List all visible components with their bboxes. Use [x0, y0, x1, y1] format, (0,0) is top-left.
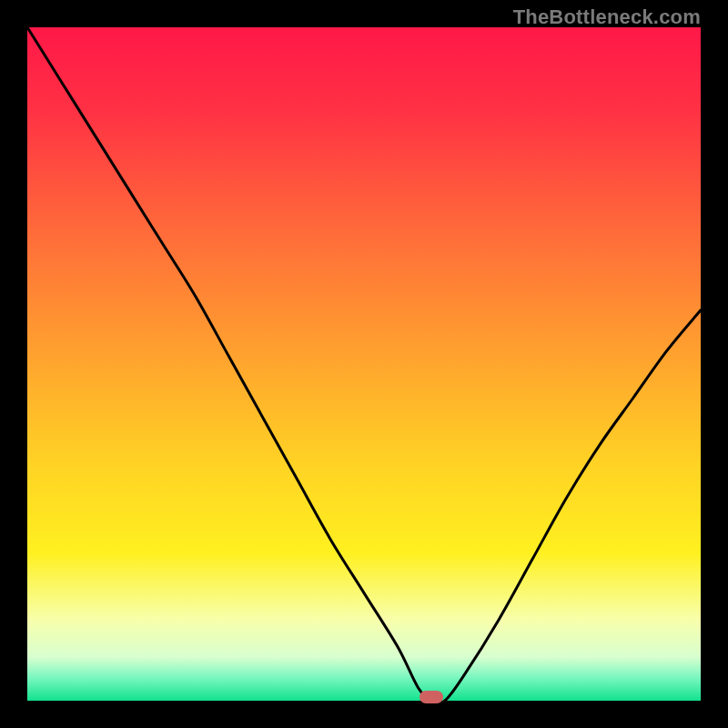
optimal-point-marker: [420, 691, 443, 703]
chart-frame: TheBottleneck.com: [0, 0, 728, 728]
watermark-text: TheBottleneck.com: [513, 5, 701, 29]
plot-area: [27, 27, 701, 701]
bottleneck-curve: [27, 27, 701, 701]
